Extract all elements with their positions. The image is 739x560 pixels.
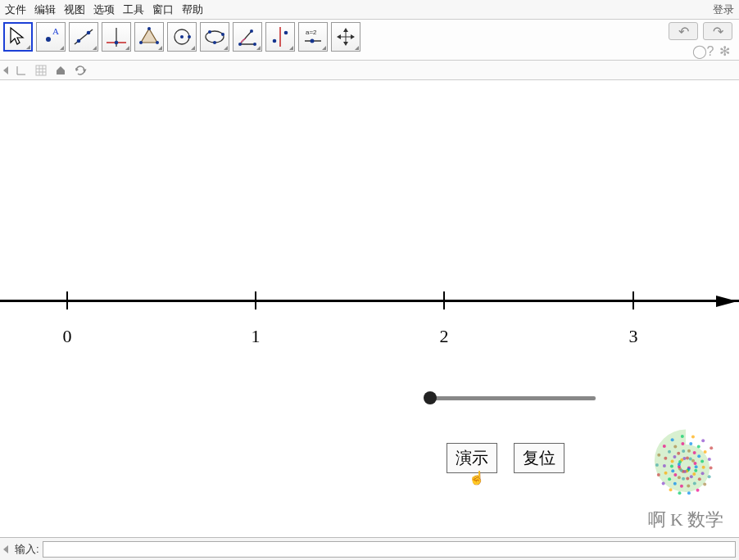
svg-point-103 [671,438,674,441]
angle-tool[interactable] [233,22,262,52]
grid-toggle[interactable] [34,64,48,77]
svg-point-18 [221,33,224,36]
svg-point-86 [681,442,684,445]
watermark: 啊 K 数学 [641,426,731,532]
command-input[interactable] [43,541,736,558]
watermark-text: 啊 K 数学 [648,508,724,532]
menu-view[interactable]: 视图 [64,2,85,17]
input-label: 输入: [15,542,39,557]
redo-icon: ↷ [713,24,723,39]
svg-point-51 [686,457,689,460]
tick-2 [443,291,445,309]
tick-label-0: 0 [63,326,72,347]
reset-button[interactable]: 复位 [514,443,564,473]
svg-point-97 [669,488,673,491]
menu-edit[interactable]: 编辑 [34,2,56,17]
svg-point-7 [115,41,119,45]
circle-tool[interactable] [167,22,197,52]
svg-point-59 [686,476,689,480]
svg-point-50 [682,457,686,460]
svg-point-66 [673,455,676,458]
cursor-hand-icon: ☝ [469,470,485,485]
redo-button[interactable]: ↷ [703,22,732,40]
svg-point-14 [188,35,191,38]
svg-point-19 [238,43,242,46]
svg-point-13 [180,35,184,38]
undo-button[interactable]: ↶ [669,22,698,40]
slider-tool[interactable]: a=2 [298,22,328,52]
login-link[interactable]: 登录 [713,2,734,17]
perpendicular-tool[interactable] [102,22,131,52]
svg-point-77 [687,484,690,487]
svg-point-102 [663,445,666,448]
refresh-button[interactable]: ▾ [74,64,87,77]
graphics-view[interactable]: 0 1 2 3 演示 复位 ☝ 啊 K 数学 [0,80,739,537]
svg-point-105 [691,435,695,438]
number-line-axis [0,300,739,302]
move-tool[interactable] [3,22,33,52]
svg-text:a=2: a=2 [306,29,317,36]
tick-0 [66,291,68,309]
home-button[interactable] [54,64,67,77]
polygon-tool[interactable] [134,22,164,52]
reflect-tool[interactable] [265,22,295,52]
svg-point-9 [147,27,151,30]
help-icon: ◯? [692,43,714,59]
svg-point-10 [156,41,159,44]
conic-tool[interactable] [200,22,229,52]
svg-point-81 [664,472,668,475]
undo-icon: ↶ [678,24,689,39]
line-tool[interactable] [69,22,98,52]
menu-tools[interactable]: 工具 [123,2,144,17]
svg-point-11 [139,41,143,44]
svg-point-75 [698,477,701,481]
svg-point-69 [687,449,691,453]
svg-point-62 [673,473,677,476]
svg-point-57 [692,472,696,476]
input-bar: 输入: [0,537,739,560]
svg-point-101 [657,454,660,457]
svg-point-67 [677,452,680,455]
svg-point-23 [273,39,277,43]
svg-point-21 [250,29,253,33]
svg-text:A: A [52,26,59,36]
menu-file[interactable]: 文件 [5,2,26,17]
svg-point-82 [663,464,666,467]
svg-point-78 [680,485,683,488]
undo-redo-panel: ↶ ↷ ◯? ✻ [669,22,732,58]
svg-point-71 [697,454,700,458]
demo-button[interactable]: 演示 [447,443,497,473]
axes-toggle[interactable] [15,64,28,77]
svg-point-68 [682,449,685,453]
slider-handle[interactable] [424,391,437,404]
input-collapse-icon[interactable] [3,545,8,553]
help-button[interactable]: ◯? [695,43,711,58]
collapse-icon[interactable] [3,66,8,75]
tick-label-1: 1 [252,326,261,347]
settings-button[interactable]: ✻ [716,43,732,58]
menu-help[interactable]: 帮助 [182,2,203,17]
slider-track[interactable] [428,396,596,400]
point-tool[interactable]: A [36,22,66,52]
move-view-tool[interactable] [331,22,360,52]
svg-marker-37 [716,296,737,307]
svg-point-55 [695,465,698,468]
svg-rect-32 [36,65,46,75]
svg-point-24 [284,31,288,35]
svg-point-96 [678,491,681,495]
svg-point-74 [701,472,705,475]
menu-options[interactable]: 选项 [93,2,115,17]
menu-window[interactable]: 窗口 [152,2,174,17]
svg-point-58 [690,475,693,478]
svg-point-106 [701,439,705,442]
svg-point-89 [704,450,707,454]
svg-point-84 [668,450,671,454]
tick-label-2: 2 [440,326,449,347]
svg-point-15 [206,31,224,43]
svg-point-94 [696,489,700,492]
view-toolbar: ▾ [0,61,739,80]
svg-point-60 [682,477,685,481]
svg-point-107 [710,446,713,449]
tick-3 [632,291,634,309]
svg-point-98 [662,481,665,485]
